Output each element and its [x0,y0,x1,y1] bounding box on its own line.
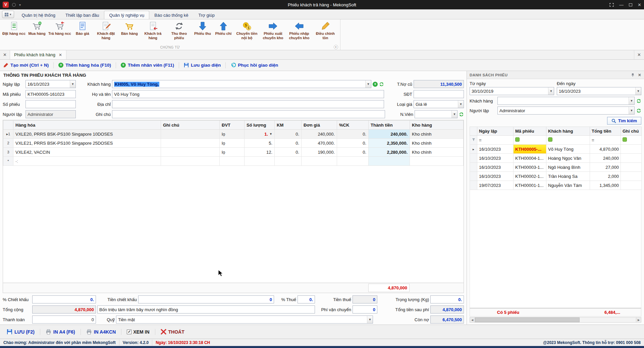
minimize-button[interactable]: — [619,3,624,7]
add-employee-button[interactable]: + Thêm nhân viên (F11) [121,63,174,68]
pin-icon[interactable] [631,73,635,77]
chevron-down-icon[interactable]: ▼ [548,87,554,95]
scroll-left-icon[interactable]: ◀ [470,317,475,323]
new-row[interactable]: * -: [3,157,464,166]
ribbon-item-phieu-nhap-chuyen-kho[interactable]: Phiếu nhập chuyển kho [286,21,312,40]
ma-phieu-input[interactable]: KTH00005-161023 [25,90,76,98]
panel-khach-hang-combo[interactable]: ▼ [497,97,635,105]
col-so-luong[interactable]: Số lượng [245,121,275,130]
col-don-gia[interactable]: Đơn giá [302,121,337,130]
ribbon-item-dat-hang-ncc[interactable]: Đặt hàng ncc [1,21,26,36]
checkbox-checked-icon[interactable]: ✓ [127,330,131,334]
ribbon-collapse-icon[interactable]: ▾ [334,45,338,49]
restore-button[interactable] [629,3,632,6]
xem-in-checkbox[interactable]: ✓ XEM IN [123,328,153,336]
close-button[interactable]: ✕ [638,3,641,7]
tu-ngay-combo[interactable]: 30/10/2019 ▼ [470,87,554,95]
refresh-icon[interactable] [379,82,384,87]
print-a4kcn-button[interactable]: IN A4KCN [83,328,119,336]
filter-contains-icon[interactable] [515,137,520,142]
ribbon-item-mua-hang[interactable]: Mua hàng [26,21,47,36]
close-icon[interactable]: ✕ [59,53,62,57]
ribbon-item-khach-tra-hang[interactable]: Khách trả hàng [140,21,166,40]
save-button[interactable]: LƯU (F2) [3,327,38,336]
add-customer-icon[interactable]: + [373,82,378,87]
tab-phieu-khach-tra-hang[interactable]: Phiếu khách trả hàng ✕ [10,50,66,59]
menu-tab-quan-ly-nghiep-vu[interactable]: Quản lý nghiệp vụ [104,11,149,19]
list-item[interactable]: ▸ 16/10/2023 KTH00005-... Võ Huy Tòng 4,… [470,145,642,154]
ribbon-item-phieu-thu[interactable]: Phiếu thu [192,21,213,36]
table-row[interactable]: 2 VXLE21, PRRS BSK-PS100 Singapore 25DOS… [3,139,464,148]
print-a4-button[interactable]: IN A4 (F6) [42,328,78,336]
chevron-down-icon[interactable]: ▼ [635,87,641,95]
ribbon-item-ban-hang[interactable]: Bán hàng [119,21,140,36]
loai-gia-combo[interactable]: Giá lẻ ▼ [414,100,464,108]
filter-contains-icon[interactable] [623,137,627,142]
exit-button[interactable]: THOÁT [157,327,188,336]
close-panel-icon[interactable]: ✕ [638,73,641,77]
pcol-ngay-lap[interactable]: Ngày lập [477,127,514,136]
chevron-down-icon[interactable]: ▼ [629,107,634,114]
pcol-tong-tien[interactable]: Tổng tiền [590,127,621,136]
ribbon-item-bao-gia[interactable]: Báo giá [72,21,93,36]
list-item[interactable]: 16/10/2023 KTH00003-1... Ngô Hoàng Bình … [470,163,642,172]
restore-layout-button[interactable]: Phục hồi giao diện [230,63,278,68]
scrollbar-thumb[interactable] [475,318,580,322]
ribbon-item-chuyen-tien-noi-bo[interactable]: $$ Chuyển tiền nội bộ [234,21,260,40]
chevron-down-icon[interactable]: ▼ [451,111,457,118]
thanh-toan-input[interactable]: 0 [32,316,96,324]
tien-chiet-khau-input[interactable]: 0 [138,295,274,303]
col-hang-hoa[interactable]: Hàng hóa [13,121,161,130]
phi-van-chuyen-input[interactable]: 0 [353,305,377,314]
ho-va-ten-input[interactable]: Võ Huy Tòng [112,90,384,98]
col-thanh-tien[interactable]: Thành tiền [369,121,410,130]
chevron-down-icon[interactable]: ▼ [70,80,75,88]
save-layout-button[interactable]: Lưu giao diện [184,63,221,68]
list-item[interactable]: 16/10/2023 KTH00004-1... Hoàng Ngọc Vân … [470,154,642,163]
fullscreen-icon[interactable] [609,3,614,7]
refresh-icon[interactable] [636,98,641,103]
chevron-down-icon[interactable]: ▼ [458,100,464,108]
col-dvt[interactable]: ĐVT [220,121,245,130]
menu-tab-quan-tri-he-thong[interactable]: Quản trị hệ thống [17,11,60,19]
add-product-button[interactable]: + Thêm hàng hóa (F10) [58,63,111,68]
chevron-down-icon[interactable]: ▼ [629,97,634,105]
den-ngay-combo[interactable]: 16/10/2023 ▼ [557,87,641,95]
quantity-cell[interactable]: 1.▼ [245,130,275,139]
close-tab-left-icon[interactable]: ✕ [0,50,10,59]
chevron-down-icon[interactable]: ▼ [365,80,371,88]
table-row[interactable]: ▸1 VXLE20, PRRS BSK-PS100 Singapore 10DO… [3,130,464,139]
chevron-down-icon[interactable]: ▼ [367,316,373,323]
col-ck[interactable]: %CK [337,121,369,130]
ghi-chu-input[interactable] [112,110,385,118]
new-button[interactable]: Tạo mới (Ctrl + N) [3,63,49,68]
ribbon-item-phieu-xuat-chuyen-kho[interactable]: Phiếu xuất chuyển kho [260,21,286,40]
search-button[interactable]: Tìm kiếm [607,117,641,125]
panel-nguoi-lap-combo[interactable]: Administrator ▼ [497,107,635,115]
ngay-lap-combo[interactable]: 16/10/2023 ▼ [25,80,76,88]
khach-hang-combo[interactable]: KH005, Võ Huy Tòng, ▼ [112,80,371,88]
trong-luong-input[interactable]: 0. [430,295,464,303]
scroll-right-icon[interactable]: ▶ [636,317,641,323]
refresh-icon[interactable] [636,108,641,113]
table-row[interactable]: 3 VXLE42, VACCIN lọ 12. 0. 190,000. 0. 2… [3,148,464,157]
pcol-ma-phieu[interactable]: Mã phiếu [514,127,546,136]
app-menu-button[interactable]: ▾ [2,11,14,18]
ribbon-item-khach-dat-hang[interactable]: Khách đặt hàng [93,21,119,40]
col-km[interactable]: KM [275,121,302,130]
so-phieu-input[interactable] [25,100,76,108]
ribbon-item-dieu-chinh-ton[interactable]: Điều chỉnh tồn [312,21,338,40]
filter-equals-icon[interactable]: = [479,138,482,143]
panel-horizontal-scrollbar[interactable]: ◀ ▶ [470,317,641,323]
filter-equals-icon[interactable]: = [592,138,594,143]
pct-thue-input[interactable]: 0. [298,295,315,303]
filter-contains-icon[interactable] [548,137,552,142]
quy-combo[interactable]: Tiền mặt ▼ [116,316,373,324]
col-ghi-chu[interactable]: Ghi chú [161,121,220,130]
chevron-down-icon[interactable]: ▾ [19,3,21,7]
list-item[interactable]: 19/07/2023 KTH00001-1... Nguyễn Văn Tám … [470,181,642,190]
ribbon-item-tra-hang-ncc[interactable]: Trả hàng ncc [47,21,72,36]
pcol-ghi-chu[interactable]: Ghi chú [621,127,642,136]
ribbon-item-thu-theo-phieu[interactable]: Thu theo phiếu [166,21,192,40]
list-item[interactable]: 16/10/2023 KTH00002-1... Trần Hoàng Sa 2… [470,172,642,181]
